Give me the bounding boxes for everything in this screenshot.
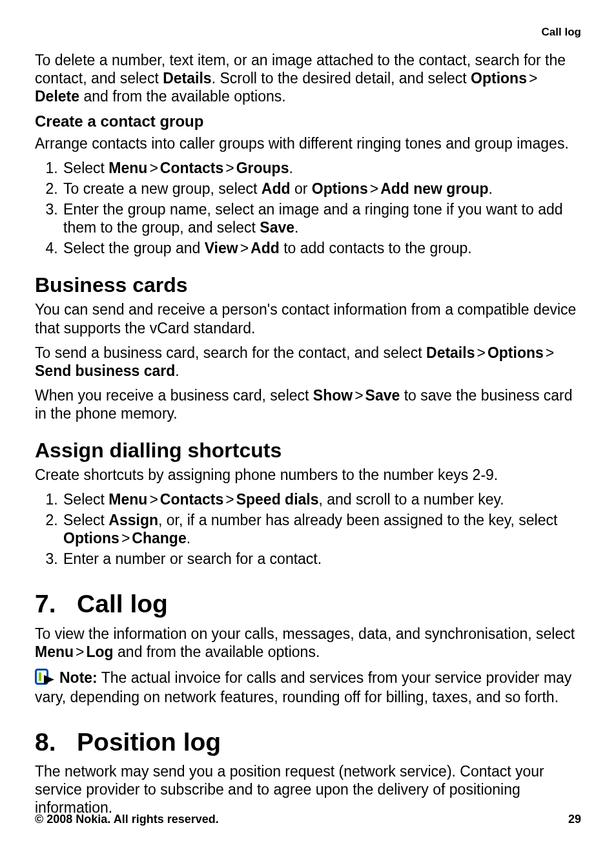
call-log-p1: To view the information on your calls, m… <box>35 625 581 661</box>
show-label: Show <box>313 387 353 404</box>
dialling-intro: Create shortcuts by assigning phone numb… <box>35 466 581 484</box>
text: Enter a number or search for a contact. <box>63 550 322 567</box>
note-icon <box>35 669 57 688</box>
text: To create a new group, select <box>63 180 262 197</box>
note-text: The actual invoice for calls and service… <box>35 669 571 705</box>
chapter-title: Position log <box>77 728 221 756</box>
log-label: Log <box>87 643 114 660</box>
path-separator: > <box>353 386 365 404</box>
save-label: Save <box>365 387 400 404</box>
note-block: Note: The actual invoice for calls and s… <box>35 669 581 706</box>
chapter-title: Call log <box>77 590 168 618</box>
text: , or, if a number has already been assig… <box>158 512 557 528</box>
chapter-number: 7. <box>35 590 56 618</box>
list-item: Select Menu>Contacts>Speed dials, and sc… <box>62 490 581 508</box>
path-separator: > <box>544 344 556 362</box>
running-header: Call log <box>35 26 581 39</box>
business-cards-p1: You can send and receive a person's cont… <box>35 300 581 337</box>
path-separator: > <box>368 180 380 198</box>
menu-label: Menu <box>108 491 147 508</box>
text: . <box>175 362 179 379</box>
business-cards-heading: Business cards <box>35 273 581 298</box>
options-label: Options <box>488 344 544 361</box>
path-separator: > <box>223 159 236 177</box>
path-separator: > <box>223 490 236 508</box>
list-item: Select Menu>Contacts>Groups. <box>62 159 581 177</box>
send-business-card-label: Send business card <box>35 362 175 379</box>
position-log-p1: The network may send you a position requ… <box>35 762 581 817</box>
create-group-steps: Select Menu>Contacts>Groups. To create a… <box>35 159 581 257</box>
note-label: Note: <box>59 669 98 686</box>
details-label: Details <box>426 344 475 361</box>
change-label: Change <box>132 530 186 547</box>
text: Select <box>63 160 108 176</box>
path-separator: > <box>119 529 132 547</box>
text: . <box>289 160 293 176</box>
contacts-label: Contacts <box>160 491 223 508</box>
details-label: Details <box>163 70 211 87</box>
text: To view the information on your calls, m… <box>35 625 575 642</box>
speed-dials-label: Speed dials <box>236 491 319 508</box>
page-number: 29 <box>568 813 581 827</box>
view-label: View <box>205 240 238 256</box>
text: When you receive a business card, select <box>35 387 313 404</box>
text: and from the available options. <box>79 88 286 105</box>
text: . Scroll to the desired detail, and sele… <box>212 70 471 87</box>
menu-label: Menu <box>108 160 147 176</box>
text: Enter the group name, select an image an… <box>63 201 563 236</box>
page-footer: © 2008 Nokia. All rights reserved. 29 <box>35 813 581 827</box>
list-item: To create a new group, select Add or Opt… <box>62 180 581 198</box>
text: . <box>187 530 190 547</box>
svg-marker-2 <box>44 675 54 684</box>
save-label: Save <box>260 219 294 236</box>
options-label: Options <box>471 70 527 87</box>
list-item: Enter the group name, select an image an… <box>62 200 581 236</box>
add-label: Add <box>251 240 280 256</box>
delete-label: Delete <box>35 88 79 105</box>
page: Call log To delete a number, text item, … <box>0 0 616 854</box>
path-separator: > <box>74 643 86 661</box>
contacts-label: Contacts <box>160 160 223 176</box>
text: To send a business card, search for the … <box>35 344 426 361</box>
text: . <box>294 219 298 236</box>
list-item: Select the group and View>Add to add con… <box>62 239 581 257</box>
text: Select <box>63 512 108 528</box>
assign-label: Assign <box>108 512 158 528</box>
list-item: Enter a number or search for a contact. <box>62 550 581 568</box>
text: Select the group and <box>63 240 205 256</box>
path-separator: > <box>238 239 251 257</box>
path-separator: > <box>147 490 159 508</box>
svg-rect-1 <box>39 672 41 681</box>
text: , and scroll to a number key. <box>319 491 504 508</box>
options-label: Options <box>312 180 368 197</box>
create-group-intro: Arrange contacts into caller groups with… <box>35 134 581 152</box>
text: and from the available options. <box>114 643 320 660</box>
copyright: © 2008 Nokia. All rights reserved. <box>35 813 219 827</box>
dialling-steps: Select Menu>Contacts>Speed dials, and sc… <box>35 490 581 568</box>
text: Select <box>63 491 108 508</box>
delete-detail-paragraph: To delete a number, text item, or an ima… <box>35 51 581 105</box>
business-cards-p3: When you receive a business card, select… <box>35 386 581 422</box>
text: or <box>291 180 312 197</box>
path-separator: > <box>147 159 159 177</box>
position-log-heading: 8. Position log <box>35 727 581 758</box>
menu-label: Menu <box>35 643 74 660</box>
add-new-group-label: Add new group <box>380 180 488 197</box>
groups-label: Groups <box>236 160 289 176</box>
business-cards-p2: To send a business card, search for the … <box>35 344 581 380</box>
call-log-heading: 7. Call log <box>35 588 581 620</box>
path-separator: > <box>527 69 539 87</box>
chapter-number: 8. <box>35 728 56 756</box>
text: . <box>489 180 493 197</box>
create-group-heading: Create a contact group <box>35 112 581 130</box>
options-label: Options <box>63 530 119 547</box>
text: to add contacts to the group. <box>280 240 472 256</box>
dialling-heading: Assign dialling shortcuts <box>35 438 581 463</box>
list-item: Select Assign, or, if a number has alrea… <box>62 511 581 547</box>
path-separator: > <box>475 344 487 362</box>
add-label: Add <box>262 180 291 197</box>
